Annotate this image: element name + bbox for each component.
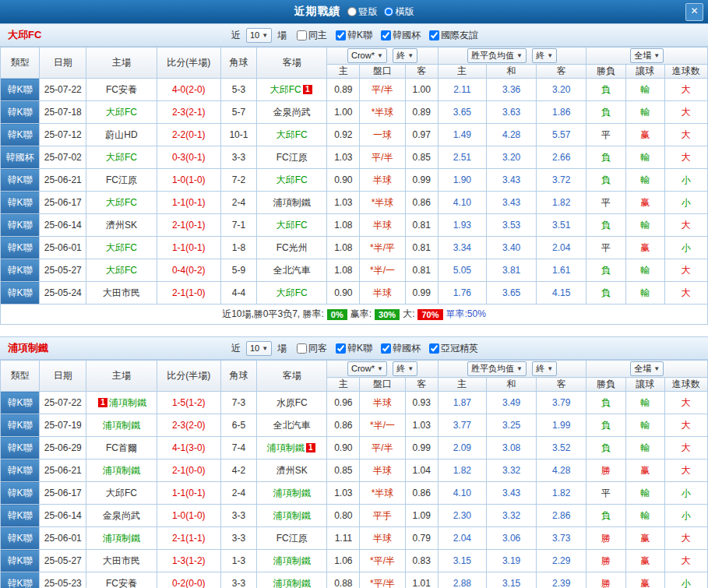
team-link[interactable]: FC安養 [106, 578, 137, 588]
result-cell: 平 [586, 124, 625, 146]
team-link[interactable]: 浦項制鐵 [273, 197, 311, 208]
scope-select[interactable]: 全場▼ [630, 361, 664, 376]
team-link[interactable]: 浦項制鐵 [273, 578, 311, 588]
team-link[interactable]: 大邱FC [277, 129, 308, 140]
result-cell: 平 [586, 192, 625, 214]
handicap-result-cell: 輸 [625, 101, 664, 124]
odds-type-select[interactable]: 胜平负均值▼ [467, 361, 527, 376]
handicap-cell: *平/半 [360, 572, 405, 588]
final-odds-select[interactable]: 終▼ [393, 361, 417, 376]
date-cell: 25-05-27 [40, 259, 86, 282]
team-link[interactable]: 大邱FC [277, 287, 308, 298]
league-filter-checkbox[interactable] [336, 343, 346, 354]
team-link[interactable]: 浦項制鐵 [103, 533, 140, 544]
vertical-layout-radio[interactable] [347, 7, 357, 16]
team-link[interactable]: 浦項制鐵 [103, 420, 140, 431]
team-link[interactable]: 浦項制鐵 [109, 397, 146, 408]
team-link[interactable]: 大邱FC [277, 220, 308, 231]
titlebar: 近期戰績 豎版 橫版 ✕ [0, 0, 708, 23]
final-odds-select[interactable]: 終▼ [532, 48, 557, 63]
team-link[interactable]: 大邱FC [277, 174, 308, 185]
final-odds-select[interactable]: 終▼ [393, 48, 417, 63]
team-link[interactable]: 浦項制鐵 [273, 555, 311, 566]
mean-draw-cell: 4.28 [486, 124, 536, 146]
league-filter[interactable]: 亞冠精英 [429, 342, 478, 355]
league-filter-checkbox[interactable] [381, 30, 391, 40]
final-odds-select[interactable]: 終▼ [532, 361, 557, 376]
league-filter-checkbox[interactable] [336, 30, 346, 40]
league-filter-checkbox[interactable] [297, 30, 307, 40]
mean-draw-cell: 3.15 [486, 572, 536, 588]
layout-option-horizontal[interactable]: 橫版 [384, 5, 414, 19]
team-link[interactable]: 大邱FC [270, 84, 301, 95]
handicap-result-cell: 赢 [625, 572, 664, 588]
team-link[interactable]: 金泉尚武 [103, 510, 140, 521]
handicap-result-cell: 赢 [625, 550, 664, 572]
league-type-cell: 韓K聯 [1, 124, 40, 146]
team-link[interactable]: 浦項制鐵 [273, 488, 311, 498]
league-filter-checkbox[interactable] [381, 343, 391, 354]
team-link[interactable]: 大邱FC [106, 152, 137, 163]
mean-draw-cell: 3.43 [486, 169, 536, 192]
team-link[interactable]: 大田市民 [103, 287, 140, 298]
handicap-cell: 半球 [360, 169, 405, 192]
team-link[interactable]: 濟州SK [277, 465, 308, 476]
team-link[interactable]: FC江原 [277, 533, 308, 544]
team-link[interactable]: FC江原 [106, 174, 137, 185]
col-score: 比分(半場) [157, 48, 220, 79]
league-filter-label: 國際友誼 [441, 29, 478, 42]
handicap-cell: *半球 [360, 101, 405, 124]
league-filter[interactable]: 同客 [297, 342, 327, 355]
team-link[interactable]: 大邱FC [106, 488, 137, 498]
mean-away-cell: 3.73 [537, 527, 586, 550]
corners-cell: 10-1 [220, 124, 256, 146]
recent-count-select[interactable]: 10▼ [246, 341, 272, 356]
layout-option-vertical[interactable]: 豎版 [347, 5, 378, 19]
team-link[interactable]: 大邱FC [106, 197, 137, 208]
league-filter[interactable]: 國際友誼 [429, 29, 478, 42]
team-link[interactable]: 蔚山HD [105, 129, 137, 140]
team-link[interactable]: 大邱FC [106, 265, 137, 276]
team-link[interactable]: FC首爾 [106, 442, 137, 453]
league-filter[interactable]: 韓國杯 [381, 342, 421, 355]
section-divider [0, 325, 708, 336]
score-cell: 2-1(0-0) [157, 459, 220, 482]
team-link[interactable]: 大邱FC [106, 242, 137, 253]
team-link[interactable]: 浦項制鐵 [267, 442, 305, 453]
result-group-header: 全場▼ [586, 48, 708, 65]
league-filter[interactable]: 同主 [297, 29, 327, 42]
bookmaker-select[interactable]: Crow*▼ [347, 48, 387, 63]
team-link[interactable]: 全北汽車 [273, 265, 311, 276]
team-link[interactable]: 濟州SK [106, 220, 137, 231]
team-name: 浦項制鐵 [8, 341, 48, 355]
bookmaker-select[interactable]: Crow*▼ [347, 361, 387, 376]
close-button[interactable]: ✕ [685, 3, 703, 21]
home-odds-cell: 0.90 [327, 282, 360, 305]
league-filter[interactable]: 韓K聯 [336, 342, 372, 355]
result-cell: 負 [586, 282, 625, 305]
team-link[interactable]: 浦項制鐵 [103, 465, 140, 476]
team-link[interactable]: 全北汽車 [273, 420, 311, 431]
team-link[interactable]: 大田市民 [103, 555, 140, 566]
corners-cell: 2-4 [220, 482, 256, 505]
odds-type-select[interactable]: 胜平负均值▼ [467, 48, 527, 63]
team-link[interactable]: 水原FC [277, 397, 308, 408]
team-link[interactable]: 金泉尚武 [273, 107, 311, 118]
league-filter-checkbox[interactable] [297, 343, 307, 354]
team-link[interactable]: 大邱FC [106, 107, 137, 118]
league-filter-checkbox[interactable] [429, 343, 439, 354]
scope-select[interactable]: 全場▼ [630, 48, 664, 63]
away-odds-cell: 0.83 [405, 550, 438, 572]
team-link[interactable]: 浦項制鐵 [273, 510, 311, 521]
mean-home-cell: 2.51 [438, 146, 486, 169]
team-link[interactable]: FC光州 [277, 242, 308, 253]
league-filter[interactable]: 韓國杯 [381, 29, 421, 42]
team-link[interactable]: FC安養 [106, 84, 137, 95]
recent-count-select[interactable]: 10▼ [246, 28, 272, 43]
league-filter[interactable]: 韓K聯 [336, 29, 372, 42]
sub-col-home-odds: 主 [327, 65, 360, 79]
sub-col-result: 勝負 [586, 65, 625, 79]
league-filter-checkbox[interactable] [429, 30, 439, 40]
horizontal-layout-radio[interactable] [384, 7, 393, 16]
team-link[interactable]: FC江原 [277, 152, 308, 163]
